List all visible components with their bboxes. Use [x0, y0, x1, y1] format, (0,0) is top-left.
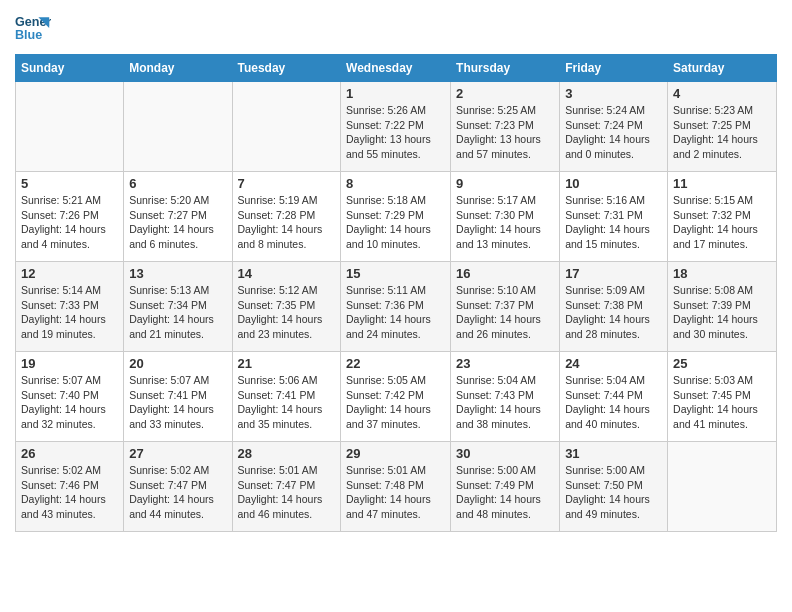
- day-info: Sunrise: 5:10 AM Sunset: 7:37 PM Dayligh…: [456, 283, 554, 342]
- day-number: 15: [346, 266, 445, 281]
- calendar-cell: 7Sunrise: 5:19 AM Sunset: 7:28 PM Daylig…: [232, 172, 341, 262]
- calendar-week-5: 26Sunrise: 5:02 AM Sunset: 7:46 PM Dayli…: [16, 442, 777, 532]
- day-info: Sunrise: 5:02 AM Sunset: 7:46 PM Dayligh…: [21, 463, 118, 522]
- day-number: 23: [456, 356, 554, 371]
- day-number: 24: [565, 356, 662, 371]
- calendar-cell: 20Sunrise: 5:07 AM Sunset: 7:41 PM Dayli…: [124, 352, 232, 442]
- day-number: 28: [238, 446, 336, 461]
- day-number: 4: [673, 86, 771, 101]
- day-info: Sunrise: 5:17 AM Sunset: 7:30 PM Dayligh…: [456, 193, 554, 252]
- calendar-cell: [668, 442, 777, 532]
- day-number: 31: [565, 446, 662, 461]
- calendar-cell: [16, 82, 124, 172]
- day-number: 22: [346, 356, 445, 371]
- calendar-cell: 16Sunrise: 5:10 AM Sunset: 7:37 PM Dayli…: [451, 262, 560, 352]
- day-number: 21: [238, 356, 336, 371]
- day-info: Sunrise: 5:01 AM Sunset: 7:48 PM Dayligh…: [346, 463, 445, 522]
- day-number: 25: [673, 356, 771, 371]
- day-number: 30: [456, 446, 554, 461]
- day-info: Sunrise: 5:05 AM Sunset: 7:42 PM Dayligh…: [346, 373, 445, 432]
- weekday-header-saturday: Saturday: [668, 55, 777, 82]
- day-info: Sunrise: 5:16 AM Sunset: 7:31 PM Dayligh…: [565, 193, 662, 252]
- day-number: 6: [129, 176, 226, 191]
- day-info: Sunrise: 5:07 AM Sunset: 7:41 PM Dayligh…: [129, 373, 226, 432]
- calendar-cell: 12Sunrise: 5:14 AM Sunset: 7:33 PM Dayli…: [16, 262, 124, 352]
- day-info: Sunrise: 5:25 AM Sunset: 7:23 PM Dayligh…: [456, 103, 554, 162]
- calendar-cell: 31Sunrise: 5:00 AM Sunset: 7:50 PM Dayli…: [560, 442, 668, 532]
- calendar-cell: 4Sunrise: 5:23 AM Sunset: 7:25 PM Daylig…: [668, 82, 777, 172]
- calendar-cell: 8Sunrise: 5:18 AM Sunset: 7:29 PM Daylig…: [341, 172, 451, 262]
- calendar-header: SundayMondayTuesdayWednesdayThursdayFrid…: [16, 55, 777, 82]
- calendar-week-3: 12Sunrise: 5:14 AM Sunset: 7:33 PM Dayli…: [16, 262, 777, 352]
- calendar-cell: 6Sunrise: 5:20 AM Sunset: 7:27 PM Daylig…: [124, 172, 232, 262]
- day-info: Sunrise: 5:01 AM Sunset: 7:47 PM Dayligh…: [238, 463, 336, 522]
- calendar-cell: 13Sunrise: 5:13 AM Sunset: 7:34 PM Dayli…: [124, 262, 232, 352]
- day-info: Sunrise: 5:00 AM Sunset: 7:50 PM Dayligh…: [565, 463, 662, 522]
- day-info: Sunrise: 5:14 AM Sunset: 7:33 PM Dayligh…: [21, 283, 118, 342]
- calendar-week-1: 1Sunrise: 5:26 AM Sunset: 7:22 PM Daylig…: [16, 82, 777, 172]
- day-number: 2: [456, 86, 554, 101]
- calendar-cell: [232, 82, 341, 172]
- day-number: 11: [673, 176, 771, 191]
- calendar-cell: 25Sunrise: 5:03 AM Sunset: 7:45 PM Dayli…: [668, 352, 777, 442]
- day-number: 18: [673, 266, 771, 281]
- weekday-header-wednesday: Wednesday: [341, 55, 451, 82]
- day-info: Sunrise: 5:15 AM Sunset: 7:32 PM Dayligh…: [673, 193, 771, 252]
- calendar-cell: 17Sunrise: 5:09 AM Sunset: 7:38 PM Dayli…: [560, 262, 668, 352]
- page-header: General Blue: [15, 10, 777, 46]
- weekday-header-sunday: Sunday: [16, 55, 124, 82]
- calendar-cell: 23Sunrise: 5:04 AM Sunset: 7:43 PM Dayli…: [451, 352, 560, 442]
- day-info: Sunrise: 5:18 AM Sunset: 7:29 PM Dayligh…: [346, 193, 445, 252]
- calendar-cell: 3Sunrise: 5:24 AM Sunset: 7:24 PM Daylig…: [560, 82, 668, 172]
- day-number: 29: [346, 446, 445, 461]
- day-number: 17: [565, 266, 662, 281]
- day-number: 10: [565, 176, 662, 191]
- day-number: 14: [238, 266, 336, 281]
- calendar-cell: [124, 82, 232, 172]
- day-number: 27: [129, 446, 226, 461]
- calendar-cell: 22Sunrise: 5:05 AM Sunset: 7:42 PM Dayli…: [341, 352, 451, 442]
- weekday-header-tuesday: Tuesday: [232, 55, 341, 82]
- day-info: Sunrise: 5:03 AM Sunset: 7:45 PM Dayligh…: [673, 373, 771, 432]
- calendar-cell: 9Sunrise: 5:17 AM Sunset: 7:30 PM Daylig…: [451, 172, 560, 262]
- day-number: 16: [456, 266, 554, 281]
- calendar-cell: 1Sunrise: 5:26 AM Sunset: 7:22 PM Daylig…: [341, 82, 451, 172]
- day-info: Sunrise: 5:26 AM Sunset: 7:22 PM Dayligh…: [346, 103, 445, 162]
- day-number: 19: [21, 356, 118, 371]
- calendar-body: 1Sunrise: 5:26 AM Sunset: 7:22 PM Daylig…: [16, 82, 777, 532]
- day-number: 9: [456, 176, 554, 191]
- calendar-cell: 18Sunrise: 5:08 AM Sunset: 7:39 PM Dayli…: [668, 262, 777, 352]
- day-number: 1: [346, 86, 445, 101]
- calendar-cell: 5Sunrise: 5:21 AM Sunset: 7:26 PM Daylig…: [16, 172, 124, 262]
- calendar-cell: 27Sunrise: 5:02 AM Sunset: 7:47 PM Dayli…: [124, 442, 232, 532]
- day-info: Sunrise: 5:09 AM Sunset: 7:38 PM Dayligh…: [565, 283, 662, 342]
- calendar-cell: 30Sunrise: 5:00 AM Sunset: 7:49 PM Dayli…: [451, 442, 560, 532]
- day-number: 12: [21, 266, 118, 281]
- svg-text:Blue: Blue: [15, 28, 42, 42]
- calendar-cell: 26Sunrise: 5:02 AM Sunset: 7:46 PM Dayli…: [16, 442, 124, 532]
- calendar-cell: 2Sunrise: 5:25 AM Sunset: 7:23 PM Daylig…: [451, 82, 560, 172]
- day-info: Sunrise: 5:00 AM Sunset: 7:49 PM Dayligh…: [456, 463, 554, 522]
- weekday-header-thursday: Thursday: [451, 55, 560, 82]
- calendar-week-2: 5Sunrise: 5:21 AM Sunset: 7:26 PM Daylig…: [16, 172, 777, 262]
- day-number: 20: [129, 356, 226, 371]
- day-info: Sunrise: 5:08 AM Sunset: 7:39 PM Dayligh…: [673, 283, 771, 342]
- day-info: Sunrise: 5:06 AM Sunset: 7:41 PM Dayligh…: [238, 373, 336, 432]
- day-info: Sunrise: 5:19 AM Sunset: 7:28 PM Dayligh…: [238, 193, 336, 252]
- day-number: 8: [346, 176, 445, 191]
- day-info: Sunrise: 5:20 AM Sunset: 7:27 PM Dayligh…: [129, 193, 226, 252]
- day-number: 7: [238, 176, 336, 191]
- calendar-cell: 11Sunrise: 5:15 AM Sunset: 7:32 PM Dayli…: [668, 172, 777, 262]
- calendar-cell: 15Sunrise: 5:11 AM Sunset: 7:36 PM Dayli…: [341, 262, 451, 352]
- day-info: Sunrise: 5:23 AM Sunset: 7:25 PM Dayligh…: [673, 103, 771, 162]
- calendar-week-4: 19Sunrise: 5:07 AM Sunset: 7:40 PM Dayli…: [16, 352, 777, 442]
- day-number: 3: [565, 86, 662, 101]
- day-info: Sunrise: 5:04 AM Sunset: 7:44 PM Dayligh…: [565, 373, 662, 432]
- logo-icon: General Blue: [15, 10, 51, 46]
- day-info: Sunrise: 5:13 AM Sunset: 7:34 PM Dayligh…: [129, 283, 226, 342]
- logo: General Blue: [15, 10, 51, 46]
- day-number: 13: [129, 266, 226, 281]
- day-number: 26: [21, 446, 118, 461]
- day-info: Sunrise: 5:07 AM Sunset: 7:40 PM Dayligh…: [21, 373, 118, 432]
- calendar-cell: 28Sunrise: 5:01 AM Sunset: 7:47 PM Dayli…: [232, 442, 341, 532]
